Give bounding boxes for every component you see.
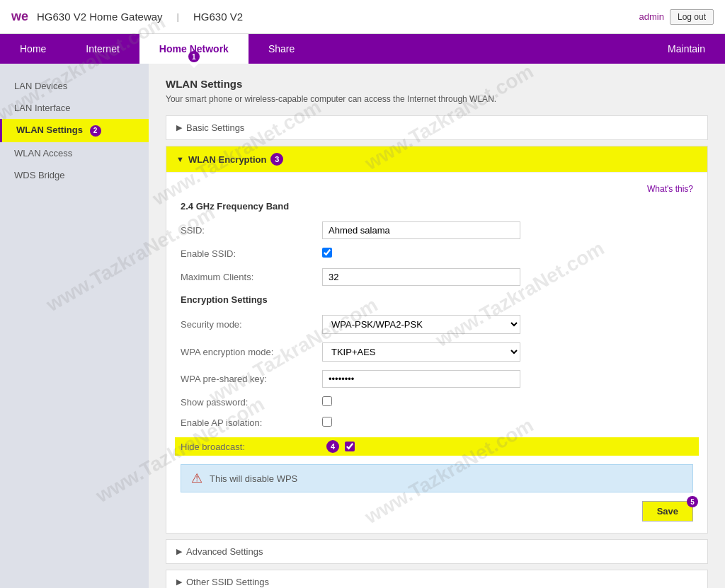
basic-settings-header[interactable]: ▶ Basic Settings bbox=[166, 116, 707, 139]
nav-internet[interactable]: Internet bbox=[66, 34, 139, 64]
hide-broadcast-row: Hide broadcast: 4 bbox=[175, 437, 699, 456]
content-area: WLAN Settings Your smart phone or wirele… bbox=[149, 64, 725, 588]
sidebar-item-lan-devices[interactable]: LAN Devices bbox=[0, 75, 149, 97]
ap-isolation-control bbox=[322, 417, 520, 429]
user-name: admin bbox=[639, 11, 664, 22]
whats-this-link[interactable]: What's this? bbox=[181, 184, 693, 194]
save-badge: 5 bbox=[687, 496, 698, 507]
wlan-settings-badge: 2 bbox=[90, 125, 101, 137]
advanced-settings-arrow: ▶ bbox=[176, 547, 182, 556]
nav-home-network[interactable]: Home Network 1 bbox=[139, 34, 249, 64]
advanced-settings-section: ▶ Advanced Settings bbox=[166, 539, 708, 564]
max-clients-input[interactable] bbox=[322, 268, 520, 286]
header-divider: | bbox=[177, 11, 179, 22]
nav-maintain[interactable]: Maintain bbox=[648, 34, 725, 64]
hide-broadcast-badge: 4 bbox=[326, 440, 339, 453]
wpa-mode-select[interactable]: TKIP+AES TKIP AES bbox=[322, 342, 520, 362]
header-title: HG630 V2 Home Gateway bbox=[37, 11, 163, 23]
psk-control bbox=[322, 370, 520, 388]
hide-broadcast-checkbox[interactable] bbox=[345, 442, 355, 451]
freq-band-title: 2.4 GHz Frequency Band bbox=[181, 201, 693, 212]
logo-area: we HG630 V2 Home Gateway | HG630 V2 bbox=[11, 9, 243, 24]
main-nav: Home Internet Home Network 1 Share Maint… bbox=[0, 34, 725, 64]
user-area: admin Log out bbox=[639, 9, 714, 25]
enable-ssid-control bbox=[322, 248, 520, 260]
show-password-label: Show password: bbox=[181, 397, 322, 408]
nav-share[interactable]: Share bbox=[249, 34, 314, 64]
sidebar-item-lan-interface[interactable]: LAN Interface bbox=[0, 97, 149, 119]
main-layout: LAN Devices LAN Interface WLAN Settings … bbox=[0, 64, 725, 588]
ap-isolation-label: Enable AP isolation: bbox=[181, 417, 322, 428]
wpa-mode-row: WPA encryption mode: TKIP+AES TKIP AES bbox=[181, 342, 693, 362]
hide-broadcast-label: Hide broadcast: bbox=[181, 442, 322, 452]
show-password-control bbox=[322, 396, 520, 408]
psk-row: WPA pre-shared key: bbox=[181, 370, 693, 388]
wlan-encryption-section: ▼ WLAN Encryption 3 What's this? 2.4 GHz… bbox=[166, 146, 708, 534]
max-clients-row: Maximum Clients: bbox=[181, 268, 693, 286]
security-mode-select[interactable]: WPA-PSK/WPA2-PSK WPA-PSK WPA2-PSK No enc… bbox=[322, 315, 520, 334]
save-row: Save 5 bbox=[181, 501, 693, 521]
sidebar-item-wlan-settings[interactable]: WLAN Settings 2 bbox=[0, 119, 149, 142]
logo-we: we bbox=[11, 9, 28, 24]
security-mode-label: Security mode: bbox=[181, 319, 322, 330]
save-button[interactable]: Save 5 bbox=[642, 501, 693, 521]
show-password-checkbox[interactable] bbox=[322, 396, 332, 406]
show-password-row: Show password: bbox=[181, 396, 693, 408]
other-ssid-arrow: ▶ bbox=[176, 577, 182, 587]
logout-button[interactable]: Log out bbox=[670, 9, 714, 25]
other-ssid-label: Other SSID Settings bbox=[186, 577, 269, 587]
wlan-encryption-header[interactable]: ▼ WLAN Encryption 3 bbox=[166, 146, 707, 172]
warning-box: ⚠ This will disable WPS bbox=[181, 464, 693, 492]
basic-settings-arrow: ▶ bbox=[176, 123, 182, 132]
wpa-mode-label: WPA encryption mode: bbox=[181, 347, 322, 357]
ssid-row: SSID: bbox=[181, 221, 693, 239]
page-desc: Your smart phone or wireless-capable com… bbox=[166, 94, 708, 104]
psk-label: WPA pre-shared key: bbox=[181, 374, 322, 384]
wlan-encryption-label: WLAN Encryption bbox=[188, 154, 267, 165]
max-clients-control bbox=[322, 268, 520, 286]
max-clients-label: Maximum Clients: bbox=[181, 272, 322, 282]
top-header: we HG630 V2 Home Gateway | HG630 V2 admi… bbox=[0, 0, 725, 34]
sidebar-item-wlan-access[interactable]: WLAN Access bbox=[0, 142, 149, 164]
psk-input[interactable] bbox=[322, 370, 520, 388]
wpa-mode-control: TKIP+AES TKIP AES bbox=[322, 342, 520, 362]
basic-settings-label: Basic Settings bbox=[186, 122, 244, 133]
sidebar: LAN Devices LAN Interface WLAN Settings … bbox=[0, 64, 149, 588]
other-ssid-section: ▶ Other SSID Settings bbox=[166, 570, 708, 588]
warning-icon: ⚠ bbox=[191, 471, 202, 486]
warning-text: This will disable WPS bbox=[210, 473, 297, 484]
wlan-encryption-badge: 3 bbox=[270, 153, 283, 166]
page-title: WLAN Settings bbox=[166, 78, 708, 90]
ssid-control bbox=[322, 221, 520, 239]
security-mode-row: Security mode: WPA-PSK/WPA2-PSK WPA-PSK … bbox=[181, 315, 693, 334]
hide-broadcast-control: 4 bbox=[322, 440, 520, 453]
other-ssid-header[interactable]: ▶ Other SSID Settings bbox=[166, 570, 707, 588]
nav-home[interactable]: Home bbox=[0, 34, 66, 64]
security-mode-control: WPA-PSK/WPA2-PSK WPA-PSK WPA2-PSK No enc… bbox=[322, 315, 520, 334]
advanced-settings-label: Advanced Settings bbox=[186, 546, 263, 557]
sidebar-item-wds-bridge[interactable]: WDS Bridge bbox=[0, 164, 149, 186]
nav-home-network-badge: 1 bbox=[188, 51, 200, 62]
header-model: HG630 V2 bbox=[193, 11, 243, 23]
encryption-settings-title: Encryption Settings bbox=[181, 294, 693, 305]
enable-ssid-row: Enable SSID: bbox=[181, 248, 693, 260]
enable-ssid-label: Enable SSID: bbox=[181, 248, 322, 259]
advanced-settings-header[interactable]: ▶ Advanced Settings bbox=[166, 540, 707, 563]
enable-ssid-checkbox[interactable] bbox=[322, 248, 332, 258]
wlan-encryption-body: What's this? 2.4 GHz Frequency Band SSID… bbox=[166, 172, 707, 533]
basic-settings-section: ▶ Basic Settings bbox=[166, 115, 708, 140]
wlan-encryption-arrow: ▼ bbox=[176, 155, 184, 163]
ssid-label: SSID: bbox=[181, 225, 322, 236]
ap-isolation-row: Enable AP isolation: bbox=[181, 417, 693, 429]
ssid-input[interactable] bbox=[322, 221, 520, 239]
ap-isolation-checkbox[interactable] bbox=[322, 417, 332, 427]
